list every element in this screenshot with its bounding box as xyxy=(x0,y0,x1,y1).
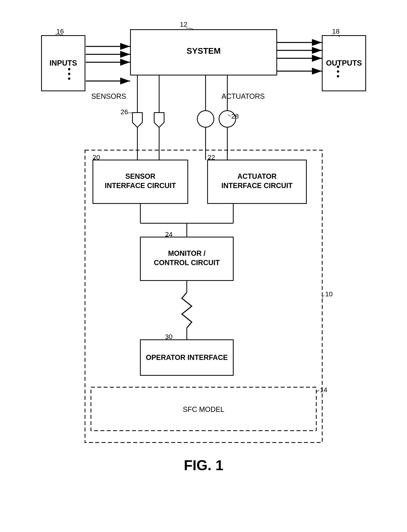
outputs-label: OUTPUTS xyxy=(326,59,362,67)
sensor-interface-line2: INTERFACE CIRCUIT xyxy=(105,182,176,190)
monitor-control-line1: MONITOR / xyxy=(168,249,205,257)
ref-10: 10 xyxy=(325,290,333,298)
sfc-model-label: SFC MODEL xyxy=(183,405,224,414)
monitor-control-line2: CONTROL CIRCUIT xyxy=(154,259,219,267)
svg-point-20 xyxy=(197,111,214,127)
svg-point-9 xyxy=(68,77,70,80)
fig-label: FIG. 1 xyxy=(184,457,223,473)
sensor-interface-line1: SENSOR xyxy=(125,172,155,180)
actuators-label: ACTUATORS xyxy=(222,92,265,100)
svg-point-16 xyxy=(337,75,339,77)
ref-18: 18 xyxy=(332,27,340,35)
diagram-svg: INPUTS SYSTEM OUTPUTS SENSORS ACTUATORS … xyxy=(36,16,372,510)
system-label: SYSTEM xyxy=(187,46,221,55)
svg-point-15 xyxy=(337,70,339,73)
inputs-label: INPUTS xyxy=(49,59,77,67)
ref-12: 12 xyxy=(180,21,188,28)
operator-interface-label: OPERATOR INTERFACE xyxy=(146,353,228,362)
svg-marker-19 xyxy=(154,113,164,127)
ref-28: 28 xyxy=(231,112,239,120)
actuator-interface-line1: ACTUATOR xyxy=(237,172,277,180)
ref-16: 16 xyxy=(56,27,64,35)
actuator-interface-line2: INTERFACE CIRCUIT xyxy=(221,182,293,190)
svg-point-8 xyxy=(68,73,70,75)
svg-point-7 xyxy=(68,68,70,70)
sensors-label: SENSORS xyxy=(91,92,126,100)
svg-marker-18 xyxy=(133,113,142,127)
ref-22: 22 xyxy=(208,154,215,161)
ref-14: 14 xyxy=(320,386,327,393)
ref-20: 20 xyxy=(93,154,100,161)
ref-26: 26 xyxy=(121,108,128,116)
diagram: INPUTS SYSTEM OUTPUTS SENSORS ACTUATORS … xyxy=(36,16,372,510)
